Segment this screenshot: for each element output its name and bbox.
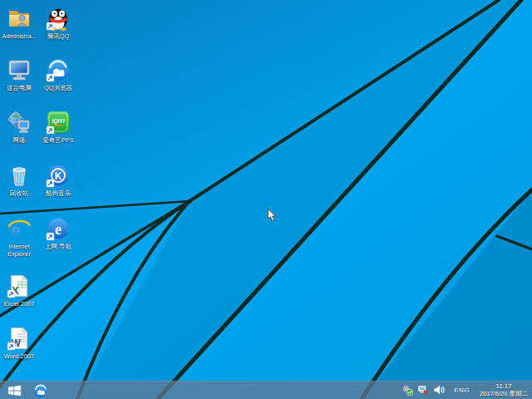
desktop-icon-tencent-qq[interactable]: 腾讯QQ (39, 5, 77, 40)
shortcut-arrow-badge (7, 290, 15, 298)
desktop-icon-qq-browser[interactable]: QQ浏览器 (39, 57, 77, 91)
shortcut-arrow-badge (7, 342, 15, 350)
desktop-icon-label: 酷狗音乐 (39, 190, 77, 197)
desktop-icon-administrator-folder[interactable]: Administra... (0, 5, 38, 40)
wallpaper (0, 0, 532, 399)
desktop-icon-recycle-bin[interactable]: 回收站 (0, 162, 38, 197)
taskbar: ENG 11:17 2017/6/20 星期二 (0, 381, 532, 399)
shortcut-arrow-badge (47, 74, 54, 81)
desktop-icon-label: Internet Explorer (0, 243, 38, 259)
shortcut-arrow-badge (47, 180, 54, 187)
volume-icon[interactable] (433, 384, 445, 396)
desktop-icon-word-2007[interactable]: W Word 2007 (0, 325, 38, 360)
safely-remove-hardware-icon[interactable] (401, 384, 413, 396)
word-icon: W (7, 326, 32, 351)
system-tray: ENG 11:17 2017/6/20 星期二 (401, 383, 532, 397)
svg-text:K: K (55, 170, 62, 182)
desktop-icon-label: Excel 2007 (0, 300, 38, 308)
desktop-icon-network[interactable]: 网络 (0, 109, 38, 144)
desktop-icon-internet-explorer[interactable]: e Internet Explorer (0, 215, 38, 259)
mouse-cursor (268, 209, 277, 223)
desktop-icon-kugou-music[interactable]: K 酷狗音乐 (39, 162, 77, 197)
shortcut-arrow-badge (47, 126, 54, 134)
clock-date: 2017/6/20 星期二 (480, 391, 528, 397)
desktop-icon-label: 爱奇艺PPS (39, 136, 77, 144)
desktop-icon-excel-2007[interactable]: X Excel 2007 (0, 273, 38, 308)
kugou-icon: K (46, 163, 71, 188)
start-button[interactable] (0, 382, 28, 399)
desktop-icon-label: 这台电脑 (0, 84, 38, 91)
desktop-icon-iqiyi-pps[interactable]: iQIYI 爱奇艺PPS (39, 109, 77, 144)
recycle-bin-icon (7, 163, 32, 188)
windows-logo-icon (7, 385, 22, 397)
desktop-icon-label: 上网 导航 (39, 243, 77, 250)
computer-icon (7, 57, 32, 82)
desktop-icon-label: Word 2007 (0, 352, 38, 360)
desktop-icon-label: 回收站 (0, 190, 38, 197)
qq-penguin-icon (46, 6, 71, 31)
folder-user-icon (7, 6, 32, 31)
taskbar-pinned-qq-browser[interactable] (28, 382, 53, 399)
network-disconnected-icon[interactable] (417, 384, 429, 396)
qq-browser-icon (46, 57, 71, 82)
svg-text:e: e (55, 221, 62, 238)
desktop-icon-this-pc[interactable]: 这台电脑 (0, 57, 38, 91)
network-globe-icon (7, 110, 32, 135)
desktop-icon-label: QQ浏览器 (39, 84, 77, 91)
desktop-icon-label: 网络 (0, 136, 38, 144)
language-indicator[interactable]: ENG (454, 387, 470, 394)
desktop[interactable]: Administra... 这台电脑 网络 (0, 0, 532, 399)
iqiyi-icon: iQIYI (46, 110, 71, 135)
desktop-icon-web-navigation[interactable]: e 上网 导航 (39, 215, 77, 250)
ie-icon: e (7, 216, 32, 241)
shortcut-arrow-badge (47, 22, 54, 30)
qq-browser-icon (33, 383, 48, 398)
desktop-icon-label: Administra... (0, 32, 38, 40)
desktop-icon-label: 腾讯QQ (39, 32, 77, 40)
web-nav-icon: e (46, 216, 71, 241)
svg-text:iQIYI: iQIYI (52, 118, 64, 125)
shortcut-arrow-badge (47, 233, 54, 240)
excel-icon: X (7, 273, 32, 298)
taskbar-clock[interactable]: 11:17 2017/6/20 星期二 (480, 383, 530, 397)
